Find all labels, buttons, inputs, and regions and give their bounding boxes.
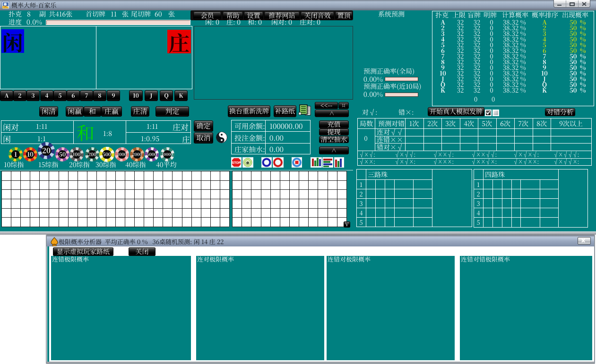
svg-text:STOP: STOP <box>232 161 241 164</box>
